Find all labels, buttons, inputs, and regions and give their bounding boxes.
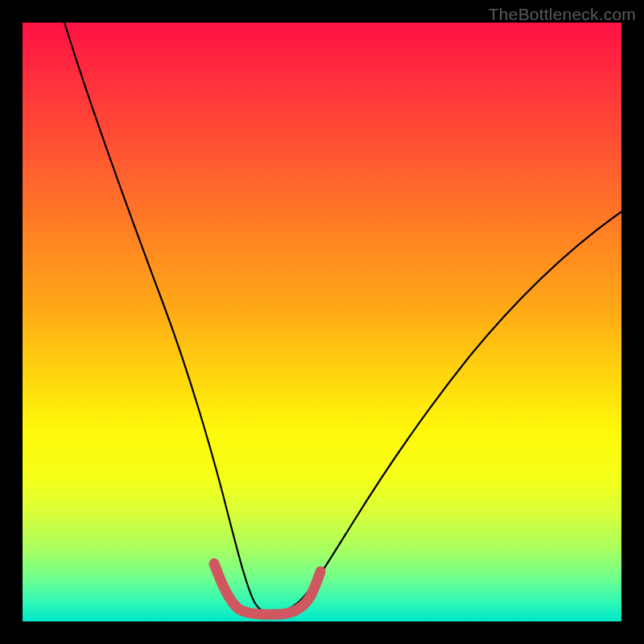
chart-svg: [23, 23, 621, 621]
gradient-plot-area: [23, 23, 621, 621]
watermark-text: TheBottleneck.com: [489, 5, 636, 24]
target-marker-path: [214, 564, 320, 614]
chart-frame: TheBottleneck.com: [0, 0, 644, 644]
bottleneck-curve: [64, 23, 621, 613]
